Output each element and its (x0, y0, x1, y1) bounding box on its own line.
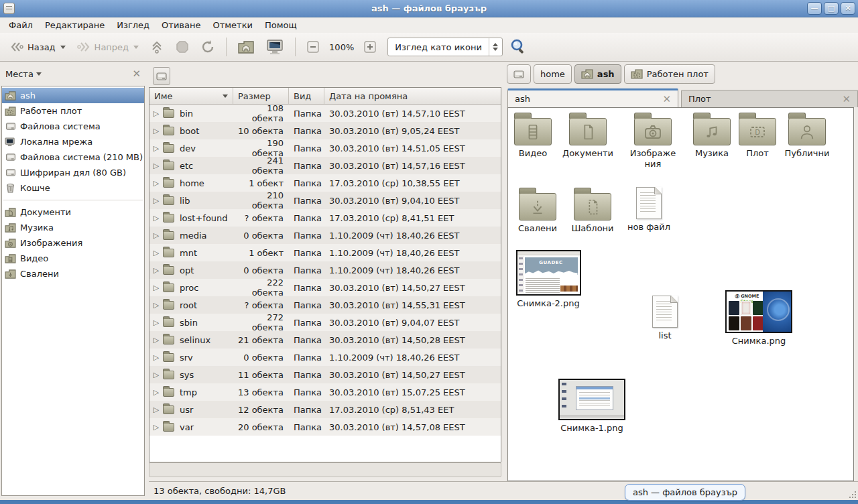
column-header-date[interactable]: Дата на промяна (324, 88, 501, 104)
expander-icon[interactable]: ▷ (149, 405, 163, 414)
close-button[interactable]: ✕ (841, 2, 855, 15)
column-header-type[interactable]: Вид (289, 88, 324, 104)
minimize-button[interactable]: — (807, 2, 822, 15)
tree-root-drive-button[interactable] (153, 67, 170, 85)
table-row[interactable]: ▷opt0 обектаПапка1.10.2009 (чт) 18,40,26… (149, 261, 501, 279)
expander-icon[interactable]: ▷ (149, 196, 163, 205)
breadcrumb-ash[interactable]: ash (574, 64, 621, 84)
resize-grip-icon[interactable] (849, 491, 857, 499)
icon-item-documents[interactable]: Документи (559, 112, 617, 159)
tab-ash[interactable]: ash ✕ (507, 88, 678, 107)
window-list-label[interactable]: ash — файлов браузър (625, 484, 745, 501)
expander-icon[interactable]: ▷ (149, 179, 163, 188)
sidebar-item-работен-плот[interactable]: Работен плот (2, 103, 144, 119)
column-header-name[interactable]: Име (149, 88, 233, 104)
menu-edit[interactable]: Редактиране (39, 19, 111, 32)
back-button[interactable]: Назад (5, 38, 70, 56)
view-mode-select[interactable]: Изглед като икони (387, 38, 503, 56)
expander-icon[interactable]: ▷ (149, 249, 163, 257)
icon-item-downloads[interactable]: Свалени (509, 187, 566, 234)
view-mode-spinner-icon[interactable] (489, 38, 502, 56)
table-row[interactable]: ▷selinux21 обектаПапка30.03.2010 (вт) 14… (149, 331, 501, 349)
table-row[interactable]: ▷usr12 обектаПапка17.03.2010 (ср) 8,51,4… (149, 401, 501, 418)
menu-file[interactable]: Файл (3, 19, 39, 32)
menu-bookmarks[interactable]: Отметки (206, 19, 258, 32)
tab-close-icon[interactable]: ✕ (662, 93, 671, 105)
table-row[interactable]: ▷lib210 обектаПапка30.03.2010 (вт) 9,04,… (149, 192, 501, 209)
icon-item-public[interactable]: Публични (778, 112, 837, 159)
table-row[interactable]: ▷proc222 обектаПапка30.03.2010 (вт) 14,5… (149, 279, 501, 296)
tab-close-icon[interactable]: ✕ (842, 93, 851, 105)
breadcrumb-home[interactable]: home (534, 64, 572, 84)
zoom-out-button[interactable] (302, 37, 324, 57)
sidebar-item-музика[interactable]: Музика (2, 220, 144, 235)
expander-icon[interactable]: ▷ (149, 162, 163, 170)
expander-icon[interactable]: ▷ (149, 301, 163, 310)
tab-plot[interactable]: Плот ✕ (681, 90, 858, 107)
titlebar[interactable]: ash — файлов браузър — □ ✕ (0, 0, 858, 17)
expander-icon[interactable]: ▷ (149, 388, 163, 397)
icon-item-music[interactable]: Музика (684, 112, 740, 159)
expander-icon[interactable]: ▷ (149, 266, 163, 275)
reload-button[interactable] (196, 36, 219, 58)
table-row[interactable]: ▷boot10 обектаПапка30.03.2010 (вт) 9,05,… (149, 122, 501, 139)
sidebar-close-icon[interactable]: ✕ (132, 68, 141, 80)
icon-item-pictures[interactable]: Изображения (627, 112, 678, 170)
icon-view[interactable]: Видео Документи Изображения Музика (507, 107, 854, 481)
expander-icon[interactable]: ▷ (149, 423, 163, 432)
table-row[interactable]: ▷mnt1 обектПапка1.10.2009 (чт) 18,40,26 … (149, 244, 501, 261)
menu-go[interactable]: Отиване (156, 19, 206, 32)
icon-item-new-file[interactable]: нов файл (621, 187, 677, 233)
sidebar-chevron-down-icon[interactable] (36, 72, 42, 76)
zoom-in-button[interactable] (359, 37, 381, 57)
expander-icon[interactable]: ▷ (149, 144, 163, 153)
breadcrumb-desktop[interactable]: Работен плот (624, 64, 715, 84)
expander-icon[interactable]: ▷ (149, 231, 163, 240)
forward-dropdown-icon[interactable] (133, 46, 139, 49)
column-header-size[interactable]: Размер (233, 88, 289, 104)
home-button[interactable] (233, 36, 259, 58)
expander-icon[interactable]: ▷ (149, 371, 163, 379)
sidebar-item-ash[interactable]: ash (2, 88, 144, 103)
table-row[interactable]: ▷tmp13 обектаПапка30.03.2010 (вт) 15,07,… (149, 383, 501, 401)
maximize-button[interactable]: □ (824, 2, 839, 15)
expander-icon[interactable]: ▷ (149, 214, 163, 223)
expander-icon[interactable]: ▷ (149, 318, 163, 327)
computer-button[interactable] (261, 36, 288, 58)
table-row[interactable]: ▷bin108 обектаПапка30.03.2010 (вт) 14,57… (149, 105, 501, 122)
back-dropdown-icon[interactable] (60, 46, 66, 49)
table-row[interactable]: ▷sbin272 обектаПапка30.03.2010 (вт) 9,04… (149, 314, 501, 331)
table-row[interactable]: ▷dev190 обектаПапка30.03.2010 (вт) 14,51… (149, 139, 501, 157)
sidebar-item-кошче[interactable]: Кошче (2, 180, 144, 196)
stop-button[interactable] (171, 36, 194, 58)
icon-item-snimka[interactable]: ⓖ GNOME Store Снимка.png (721, 290, 796, 346)
sidebar-item-локална-мрежа[interactable]: Локална мрежа (2, 134, 144, 149)
icon-item-video[interactable]: Видео (505, 112, 560, 159)
expander-icon[interactable]: ▷ (149, 109, 163, 118)
sidebar-item-изображения[interactable]: Изображения (2, 235, 144, 251)
icon-item-snimka1[interactable]: Снимка-1.png (556, 379, 627, 434)
table-row[interactable]: ▷srv0 обектаПапка1.10.2009 (чт) 18,40,26… (149, 349, 501, 366)
table-row[interactable]: ▷lost+found? обектаПапка17.03.2010 (ср) … (149, 209, 501, 227)
icon-item-list[interactable]: list (637, 296, 693, 341)
table-row[interactable]: ▷sys11 обектаПапка30.03.2010 (вт) 14,50,… (149, 366, 501, 383)
sidebar-item-шифриран-дял-80-gb-[interactable]: Шифриран дял (80 GB) (2, 165, 144, 180)
table-row[interactable]: ▷media0 обектаПапка1.10.2009 (чт) 18,40,… (149, 227, 501, 244)
table-row[interactable]: ▷home1 обектПапка17.03.2010 (ср) 10,38,5… (149, 174, 501, 192)
up-button[interactable] (145, 36, 168, 58)
table-row[interactable]: ▷root? обектаПапка30.03.2010 (вт) 14,55,… (149, 296, 501, 314)
table-row[interactable]: ▷etc241 обектаПапка30.03.2010 (вт) 14,57… (149, 157, 501, 174)
icon-item-templates[interactable]: Шаблони (564, 187, 621, 234)
sidebar-title[interactable]: Места (5, 69, 34, 79)
table-row[interactable]: ▷var20 обектаПапка30.03.2010 (вт) 14,57,… (149, 418, 501, 436)
expander-icon[interactable]: ▷ (149, 353, 163, 362)
icon-item-desktop[interactable]: D Плот (733, 112, 782, 159)
sidebar-item-файлова-система[interactable]: Файлова система (2, 119, 144, 134)
breadcrumb-root-button[interactable] (507, 64, 531, 84)
menu-help[interactable]: Помощ (259, 19, 303, 32)
icon-item-snimka2[interactable]: GUADEC Снимка-2.png (513, 250, 583, 309)
horizontal-scrollbar[interactable] (149, 462, 501, 477)
forward-button[interactable]: Напред (72, 38, 143, 56)
sidebar-item-свалени[interactable]: Свалени (2, 266, 144, 281)
sidebar-item-документи[interactable]: Документи (2, 204, 144, 220)
